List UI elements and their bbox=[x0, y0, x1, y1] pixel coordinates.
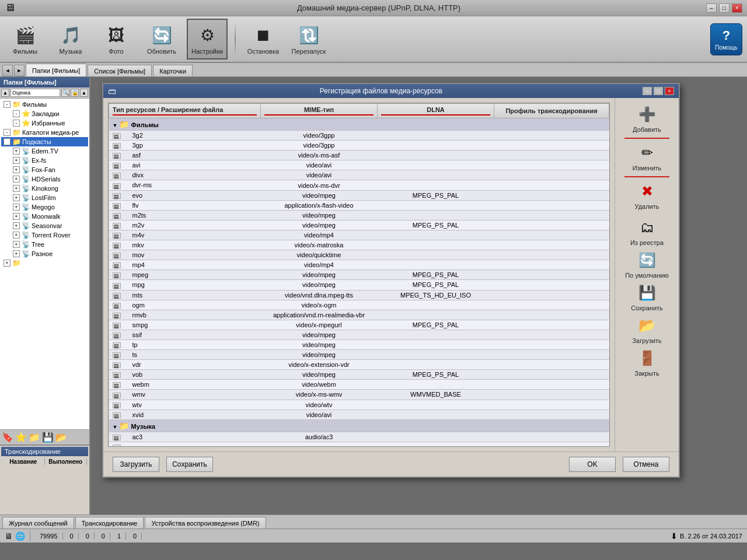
close-button[interactable]: × bbox=[732, 4, 742, 13]
dialog-load-button[interactable]: 📂 Загрузить bbox=[619, 314, 675, 344]
dialog-save-button[interactable]: 💾 Сохранить bbox=[619, 281, 675, 312]
table-row[interactable]: ▤3gp video/3gpp bbox=[109, 141, 609, 150]
expand-edem[interactable]: + bbox=[13, 148, 20, 155]
expand-kinokong[interactable]: + bbox=[13, 185, 20, 192]
expand-exfs[interactable]: + bbox=[13, 157, 20, 164]
dialog-close-btn[interactable]: × bbox=[665, 87, 674, 95]
tab-list[interactable]: Список [Фильмы] bbox=[88, 65, 152, 76]
delete-button[interactable]: ✖ Удалить bbox=[619, 180, 675, 210]
tree-item-moonwalk[interactable]: + 📡 Moonwalk bbox=[1, 212, 88, 221]
expand-hdserials[interactable]: + bbox=[13, 176, 20, 183]
tree-item-hdserials[interactable]: + 📡 HDSerials bbox=[1, 174, 88, 184]
expand-seasonvar[interactable]: + bbox=[13, 222, 20, 229]
table-row[interactable]: ▤ts video/mpeg bbox=[109, 350, 609, 360]
table-scroll-container[interactable]: Тип ресурсов / Расширение файла MIME-тип bbox=[108, 103, 610, 447]
filter-btn[interactable]: 🔍 bbox=[61, 89, 69, 97]
expand-megogo[interactable]: + bbox=[13, 204, 20, 211]
table-row[interactable]: ▤mkv video/x-matroska bbox=[109, 240, 609, 250]
table-section-музыка[interactable]: ▼ 📁 Музыка bbox=[109, 419, 609, 432]
bottom-tab-log[interactable]: Журнал сообщений bbox=[2, 517, 74, 528]
expand-misc[interactable]: + bbox=[13, 250, 20, 257]
tree-item-movies[interactable]: - 📁 Фильмы bbox=[1, 100, 88, 109]
expand-catalogs[interactable]: - bbox=[4, 129, 11, 136]
table-row[interactable]: ▤mpg video/mpeg MPEG_PS_PAL bbox=[109, 280, 609, 290]
footer-ok-button[interactable]: OK bbox=[569, 457, 616, 472]
table-row[interactable]: ▤smpg video/x-mpegurl MPEG_PS_PAL bbox=[109, 320, 609, 330]
edit-button[interactable]: ✏ Изменить bbox=[619, 141, 675, 172]
dialog-min-btn[interactable]: – bbox=[643, 87, 652, 95]
tree-item-exfs[interactable]: + 📡 Ex-fs bbox=[1, 156, 88, 165]
table-row[interactable]: ▤tp video/mpeg bbox=[109, 340, 609, 349]
tree-item-megogo[interactable]: + 📡 Megogo bbox=[1, 202, 88, 212]
table-row[interactable]: ▤mpeg video/mpeg MPEG_PS_PAL bbox=[109, 270, 609, 280]
bottom-tab-trans[interactable]: Транскодирование bbox=[75, 517, 144, 528]
expand-torrentrover[interactable]: + bbox=[13, 232, 20, 239]
bottom-tab-dmr[interactable]: Устройства воспроизведения (DMR) bbox=[145, 517, 266, 528]
help-button[interactable]: ? Помощь bbox=[710, 23, 742, 55]
dialog-close-action-button[interactable]: 🚪 Закрыть bbox=[619, 346, 675, 377]
tb-save-icon[interactable]: 💾 bbox=[42, 432, 54, 443]
toolbar-settings-button[interactable]: ⚙ Настройки bbox=[187, 19, 228, 60]
tree-item-lostfilm[interactable]: + 📡 LostFilm bbox=[1, 193, 88, 202]
tree-item-edem[interactable]: + 📡 Edem.TV bbox=[1, 146, 88, 156]
table-row[interactable]: ▤m4v video/mp4 bbox=[109, 230, 609, 240]
tree-item-tree[interactable]: + 📡 Tree bbox=[1, 240, 88, 249]
tab-folders[interactable]: Папки [Фильмы] bbox=[26, 64, 86, 76]
tree-item-kinokong[interactable]: + 📡 Kinokong bbox=[1, 184, 88, 193]
tree-item-torrentrover[interactable]: + 📡 Torrent Rover bbox=[1, 230, 88, 240]
table-row[interactable]: ▤mov video/quicktime bbox=[109, 250, 609, 260]
default-button[interactable]: 🔄 По умолчанию bbox=[619, 249, 675, 279]
expand-movies[interactable]: - bbox=[4, 101, 11, 108]
tree-item-catalogs[interactable]: - 📁 Каталоги медиа-ре bbox=[1, 128, 88, 137]
table-row[interactable]: ▤avi video/avi bbox=[109, 160, 609, 170]
toolbar-music-button[interactable]: 🎵 Музыка bbox=[50, 19, 91, 60]
table-row[interactable]: ▤-- bbox=[109, 442, 609, 447]
footer-save-button[interactable]: Сохранить bbox=[166, 457, 213, 472]
expand-podcasts[interactable]: - bbox=[4, 138, 11, 145]
expand-tree[interactable]: + bbox=[13, 241, 20, 248]
toolbar-movies-button[interactable]: 🎬 Фильмы bbox=[5, 19, 46, 60]
table-row[interactable]: ▤m2ts video/mpeg bbox=[109, 210, 609, 220]
lock-btn[interactable]: 🔒 bbox=[71, 89, 79, 97]
tree-item-foxfan[interactable]: + 📡 Fox-Fan bbox=[1, 165, 88, 174]
expand-lostfilm[interactable]: + bbox=[13, 194, 20, 201]
tb-bookmark-icon[interactable]: 🔖 bbox=[2, 432, 13, 443]
expand-favorites[interactable]: - bbox=[13, 120, 20, 127]
tab-thumbnails[interactable]: Карточки bbox=[153, 65, 193, 76]
tb-folder-icon[interactable]: 📁 bbox=[29, 432, 40, 443]
expand-extra[interactable]: + bbox=[4, 260, 11, 267]
table-row[interactable]: ▤asf video/x-ms-asf bbox=[109, 150, 609, 160]
tree-item-seasonvar[interactable]: + 📡 Seasonvar bbox=[1, 221, 88, 230]
table-row[interactable]: ▤mp4 video/mp4 bbox=[109, 260, 609, 270]
table-row[interactable]: ▤m2v video/mpeg MPEG_PS_PAL bbox=[109, 220, 609, 230]
table-row[interactable]: ▤flv application/x-flash-video bbox=[109, 200, 609, 210]
tree-item-podcasts[interactable]: - 📁 Подкасты bbox=[1, 137, 88, 146]
table-row[interactable]: ▤mts video/vnd.dlna.mpeg-tts MPEG_TS_HD_… bbox=[109, 290, 609, 300]
footer-load-button[interactable]: Загрузить bbox=[113, 457, 159, 472]
toolbar-photo-button[interactable]: 🖼 Фото bbox=[96, 19, 137, 60]
table-row[interactable]: ▤vob video/mpeg MPEG_PS_PAL bbox=[109, 370, 609, 380]
table-row[interactable]: ▤divx video/avi bbox=[109, 170, 609, 180]
table-row[interactable]: ▤ac3 audio/ac3 bbox=[109, 432, 609, 442]
minimize-button[interactable]: – bbox=[706, 4, 717, 13]
table-row[interactable]: ▤ssif video/mpeg bbox=[109, 330, 609, 340]
tree-item-favorites[interactable]: - ⭐ Избранные bbox=[1, 118, 88, 128]
table-section-фильмы[interactable]: ▼ 📁 Фильмы bbox=[109, 118, 609, 131]
toolbar-stop-button[interactable]: ⏹ Остановка bbox=[243, 19, 284, 60]
expand-moonwalk[interactable]: + bbox=[13, 213, 20, 220]
maximize-button[interactable]: □ bbox=[719, 4, 729, 13]
table-row[interactable]: ▤wtv video/wtv bbox=[109, 400, 609, 410]
table-row[interactable]: ▤webm video/webm bbox=[109, 380, 609, 390]
tb-star-icon[interactable]: ⭐ bbox=[15, 432, 27, 443]
expand-foxfan[interactable]: + bbox=[13, 166, 20, 173]
add-button[interactable]: ➕ Добавить bbox=[619, 103, 675, 133]
toolbar-refresh-button[interactable]: 🔄 Обновить bbox=[141, 19, 182, 60]
tree-item-bookmarks[interactable]: - ⭐ Закладки bbox=[1, 109, 88, 118]
table-row[interactable]: ▤ogm video/x-ogm bbox=[109, 300, 609, 310]
table-row[interactable]: ▤xvid video/avi bbox=[109, 410, 609, 419]
table-row[interactable]: ▤evo video/mpeg MPEG_PS_PAL bbox=[109, 190, 609, 200]
table-row[interactable]: ▤dvr-ms video/x-ms-dvr bbox=[109, 180, 609, 190]
dialog-max-btn[interactable]: □ bbox=[654, 87, 663, 95]
table-row[interactable]: ▤wmv video/x-ms-wmv WMVMED_BASE bbox=[109, 390, 609, 400]
table-row[interactable]: ▤3g2 video/3gpp bbox=[109, 131, 609, 141]
